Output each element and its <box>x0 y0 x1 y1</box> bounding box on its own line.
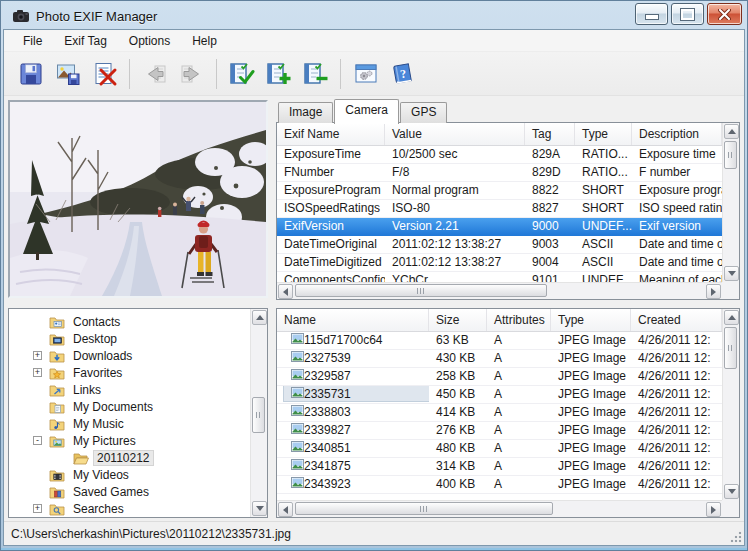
scroll-thumb[interactable] <box>295 502 553 515</box>
exif-row[interactable]: ComponentsConfig...YCbCr9101UNDEF...Mean… <box>277 272 722 282</box>
save-button[interactable] <box>12 56 49 92</box>
links-folder-icon <box>49 383 65 397</box>
title-bar[interactable]: Photo EXIF Manager <box>4 2 744 30</box>
column-header-name[interactable]: Name <box>277 309 429 331</box>
tree-item-saved-games[interactable]: Saved Games <box>9 483 250 500</box>
close-button[interactable] <box>707 3 742 25</box>
file-type: JPEG Image <box>551 476 631 493</box>
scroll-down-button[interactable] <box>252 501 267 516</box>
tree-item-my-documents[interactable]: My Documents <box>9 398 250 415</box>
tree-item-my-videos[interactable]: My Videos <box>9 466 250 483</box>
previous-image-button[interactable] <box>136 56 173 92</box>
exif-vertical-scrollbar[interactable] <box>722 123 739 282</box>
file-name: 2340851 <box>304 441 351 455</box>
tree-item-20110212-selected[interactable]: 20110212 <box>9 449 250 466</box>
column-header-type[interactable]: Type <box>551 309 631 331</box>
file-row[interactable]: 2338803414 KBAJPEG Image4/26/2011 12: <box>277 404 722 422</box>
column-header-exif-name[interactable]: Exif Name <box>277 123 385 145</box>
minimize-button[interactable] <box>635 3 668 25</box>
scroll-up-button[interactable] <box>252 310 267 325</box>
column-header-created[interactable]: Created <box>631 309 722 331</box>
scroll-right-button[interactable] <box>706 284 721 299</box>
exif-row[interactable]: DateTimeDigitized2011:02:12 13:38:279004… <box>277 254 722 272</box>
file-row[interactable]: 2327539430 KBAJPEG Image4/26/2011 12: <box>277 350 722 368</box>
help-button[interactable]: ? <box>384 56 421 92</box>
exif-row-selected[interactable]: ExifVersionVersion 2.219000UNDEF...Exif … <box>277 218 722 236</box>
scroll-thumb[interactable] <box>724 327 737 369</box>
file-row[interactable]: 2339827276 KBAJPEG Image4/26/2011 12: <box>277 422 722 440</box>
resize-grip[interactable] <box>730 531 742 543</box>
file-row[interactable]: 2341875314 KBAJPEG Image4/26/2011 12: <box>277 458 722 476</box>
column-header-size[interactable]: Size <box>429 309 487 331</box>
maximize-button[interactable] <box>671 3 704 25</box>
menu-exif-tag[interactable]: Exif Tag <box>53 31 117 51</box>
column-header-value[interactable]: Value <box>385 123 525 145</box>
exif-horizontal-scrollbar[interactable] <box>277 282 722 299</box>
tree-item-downloads[interactable]: + Downloads <box>9 347 250 364</box>
tree-item-favorites[interactable]: + Favorites <box>9 364 250 381</box>
file-attributes: A <box>487 476 551 493</box>
expand-toggle[interactable]: + <box>33 368 42 377</box>
expand-toggle[interactable]: + <box>33 351 42 360</box>
exif-row[interactable]: ExposureTime10/2500 sec829ARATIO...Expos… <box>277 146 722 164</box>
tree-item-my-music[interactable]: My Music <box>9 415 250 432</box>
column-header-description[interactable]: Description <box>632 123 722 145</box>
tab-gps[interactable]: GPS <box>400 102 447 123</box>
scroll-thumb[interactable] <box>252 397 265 433</box>
file-row[interactable]: 2340851480 KBAJPEG Image4/26/2011 12: <box>277 440 722 458</box>
scroll-down-button[interactable] <box>724 484 739 499</box>
tab-image[interactable]: Image <box>278 102 333 123</box>
file-list-header: Name Size Attributes Type Created <box>277 309 722 332</box>
collapse-toggle[interactable]: - <box>33 436 42 445</box>
remove-tag-button[interactable] <box>297 56 334 92</box>
exif-row[interactable]: DateTimeOriginal2011:02:12 13:38:279003A… <box>277 236 722 254</box>
menu-help[interactable]: Help <box>181 31 228 51</box>
folder-tree: Contacts Desktop + Downloads + Favorites <box>9 309 250 517</box>
file-created: 4/26/2011 12: <box>631 350 722 367</box>
scroll-left-button[interactable] <box>278 502 293 517</box>
window-title: Photo EXIF Manager <box>36 9 157 24</box>
save-image-button[interactable] <box>49 56 86 92</box>
scroll-thumb[interactable] <box>724 141 737 169</box>
tree-item-links[interactable]: Links <box>9 381 250 398</box>
file-row[interactable]: 2343923400 KBAJPEG Image4/26/2011 12: <box>277 476 722 494</box>
scroll-thumb[interactable] <box>295 284 547 297</box>
column-header-tag[interactable]: Tag <box>525 123 575 145</box>
options-button[interactable] <box>347 56 384 92</box>
scroll-left-button[interactable] <box>278 284 293 299</box>
menu-file[interactable]: File <box>12 31 53 51</box>
tree-item-desktop[interactable]: Desktop <box>9 330 250 347</box>
file-name: 2335731 <box>304 387 351 401</box>
files-horizontal-scrollbar[interactable] <box>277 500 722 517</box>
arrow-up-icon <box>256 315 264 320</box>
exif-description: Exposure time <box>632 146 722 163</box>
tree-item-contacts[interactable]: Contacts <box>9 313 250 330</box>
delete-exif-button[interactable] <box>86 56 123 92</box>
next-image-button[interactable] <box>173 56 210 92</box>
validate-tags-button[interactable] <box>223 56 260 92</box>
add-tag-button[interactable] <box>260 56 297 92</box>
column-header-type[interactable]: Type <box>575 123 632 145</box>
scroll-down-button[interactable] <box>724 266 739 281</box>
file-row[interactable]: 2329587258 KBAJPEG Image4/26/2011 12: <box>277 368 722 386</box>
files-vertical-scrollbar[interactable] <box>722 309 739 500</box>
tree-vertical-scrollbar[interactable] <box>250 309 267 517</box>
exif-row[interactable]: ExposureProgramNormal program8822SHORTEx… <box>277 182 722 200</box>
tab-camera[interactable]: Camera <box>334 99 399 124</box>
scroll-up-button[interactable] <box>724 124 739 139</box>
file-created: 4/26/2011 12: <box>631 422 722 439</box>
column-header-attributes[interactable]: Attributes <box>487 309 551 331</box>
expand-toggle[interactable]: + <box>33 504 42 513</box>
file-row[interactable]: 115d71700c6463 KBAJPEG Image4/26/2011 12… <box>277 332 722 350</box>
file-attributes: A <box>487 350 551 367</box>
scroll-right-button[interactable] <box>706 502 721 517</box>
tree-item-searches[interactable]: + Searches <box>9 500 250 517</box>
scroll-up-button[interactable] <box>724 310 739 325</box>
exif-row[interactable]: ISOSpeedRatingsISO-808827SHORTISO speed … <box>277 200 722 218</box>
file-row-selected[interactable]: 2335731450 KBAJPEG Image4/26/2011 12: <box>277 386 722 404</box>
exif-row[interactable]: FNumberF/8829DRATIO...F number <box>277 164 722 182</box>
documents-folder-icon <box>49 400 65 414</box>
tree-item-my-pictures[interactable]: - My Pictures <box>9 432 250 449</box>
menu-options[interactable]: Options <box>118 31 181 51</box>
file-created: 4/26/2011 12: <box>631 458 722 475</box>
